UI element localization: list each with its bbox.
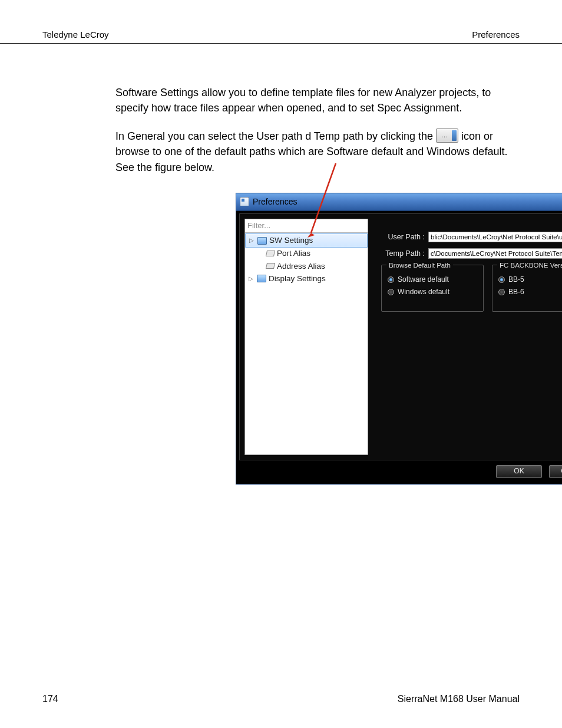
radio-bb5[interactable]: BB-5 bbox=[498, 274, 562, 286]
group-title: Browse Default Path bbox=[386, 261, 453, 271]
temp-path-label: Temp Path : bbox=[381, 248, 425, 259]
tree-label: Display Settings bbox=[269, 273, 326, 285]
user-path-input[interactable] bbox=[428, 232, 562, 242]
group-browse-default-path: Browse Default Path Software default Win… bbox=[381, 265, 484, 312]
browse-icon-label: ... bbox=[441, 131, 448, 140]
body-content: Software Settings allow you to define te… bbox=[0, 44, 562, 511]
filter-input[interactable]: Filter... bbox=[245, 219, 368, 233]
dialog-title: Preferences bbox=[253, 196, 297, 207]
dialog-body: Filter... ▷ SW Settings Port Alias bbox=[239, 213, 562, 460]
radio-label: Software default bbox=[398, 275, 449, 285]
radio-label: BB-6 bbox=[508, 287, 524, 297]
tree-item-display-settings[interactable]: ▷ Display Settings bbox=[245, 272, 368, 285]
radio-icon bbox=[498, 276, 505, 283]
tree-label: Port Alias bbox=[277, 248, 310, 259]
figure-preferences-dialog: Preferences X Filter... ▷ SW Settings bbox=[236, 193, 562, 511]
radio-icon bbox=[388, 276, 394, 283]
page-number: 174 bbox=[42, 694, 58, 704]
radio-label: BB-5 bbox=[508, 275, 524, 285]
paragraph-1: Software Settings allow you to define te… bbox=[115, 85, 520, 116]
radio-windows-default[interactable]: Windows default bbox=[388, 286, 477, 298]
radio-label: Windows default bbox=[398, 287, 449, 297]
group-title: FC BACKBONE Version bbox=[497, 261, 562, 271]
preferences-dialog: Preferences X Filter... ▷ SW Settings bbox=[236, 193, 562, 485]
groupboxes: Browse Default Path Software default Win… bbox=[381, 265, 562, 312]
tag-icon bbox=[266, 263, 275, 269]
ok-button[interactable]: OK bbox=[496, 465, 542, 478]
radio-icon bbox=[388, 289, 394, 295]
manual-title: SierraNet M168 User Manual bbox=[398, 694, 520, 704]
settings-tree: ▷ SW Settings Port Alias Address Alias bbox=[245, 233, 368, 286]
dialog-footer: OK Cancel bbox=[239, 462, 562, 481]
browse-icon: ... bbox=[436, 129, 458, 143]
radio-icon bbox=[498, 289, 505, 295]
dialog-titlebar[interactable]: Preferences X bbox=[236, 193, 562, 211]
temp-path-row: Temp Path : ... bbox=[381, 248, 562, 259]
folder-icon bbox=[257, 275, 266, 282]
tree-label: SW Settings bbox=[269, 235, 313, 246]
radio-software-default[interactable]: Software default bbox=[388, 274, 477, 286]
para2-pre: In General you can select the User path … bbox=[115, 130, 436, 142]
expander-icon[interactable]: ▷ bbox=[249, 236, 255, 245]
page-footer: 174 SierraNet M168 User Manual bbox=[42, 694, 520, 704]
radio-bb6[interactable]: BB-6 bbox=[498, 286, 562, 298]
tag-icon bbox=[266, 251, 275, 256]
tree-label: Address Alias bbox=[277, 261, 325, 272]
user-path-label: User Path : bbox=[381, 232, 425, 242]
expander-icon[interactable]: ▷ bbox=[249, 275, 254, 284]
app-icon bbox=[240, 197, 249, 206]
header-left: Teledyne LeCroy bbox=[42, 29, 109, 39]
user-path-row: User Path : ... bbox=[381, 232, 562, 242]
folder-icon bbox=[257, 237, 267, 245]
tree-item-port-alias[interactable]: Port Alias bbox=[245, 247, 368, 260]
tree-panel: Filter... ▷ SW Settings Port Alias bbox=[244, 219, 368, 455]
group-fc-backbone: FC BACKBONE Version BB-5 BB-6 bbox=[492, 265, 562, 312]
cancel-button[interactable]: Cancel bbox=[549, 465, 562, 478]
settings-panel: User Path : ... Temp Path : ... Browse D… bbox=[368, 214, 562, 460]
temp-path-input[interactable] bbox=[428, 248, 562, 259]
paragraph-2: In General you can select the User path … bbox=[115, 129, 520, 174]
page-header: Teledyne LeCroy Preferences bbox=[0, 0, 562, 44]
header-right: Preferences bbox=[472, 29, 520, 39]
tree-item-address-alias[interactable]: Address Alias bbox=[245, 260, 368, 273]
tree-item-sw-settings[interactable]: ▷ SW Settings bbox=[245, 233, 368, 248]
